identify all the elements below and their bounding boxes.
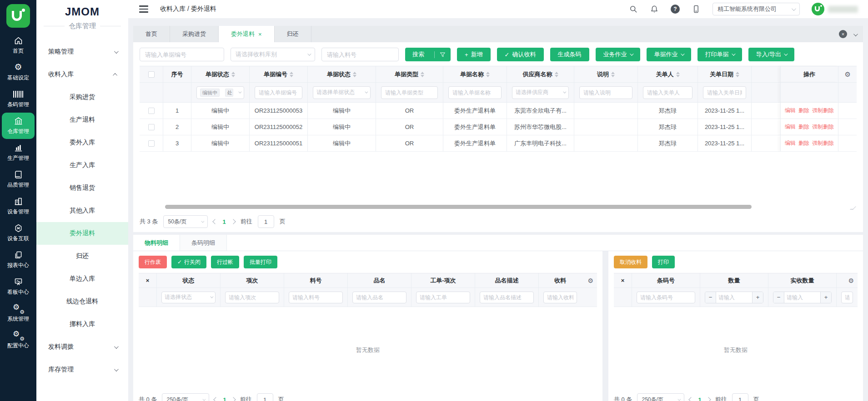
rail-item-config[interactable]: ⚙⚙ 配置中心 bbox=[2, 327, 35, 353]
column-header[interactable]: 单据状态 bbox=[308, 66, 376, 83]
warehouse-select[interactable]: 请选择收料库别 bbox=[231, 48, 315, 61]
rail-item-basic-settings[interactable]: ⚙ 基础设定 bbox=[2, 59, 35, 85]
delete-link[interactable]: 删除 bbox=[798, 107, 809, 114]
tab-purchase-inbound[interactable]: 采购进货 bbox=[170, 26, 219, 42]
note-column-filter[interactable] bbox=[579, 86, 632, 99]
close-all-tabs-icon[interactable]: × bbox=[839, 30, 847, 38]
status-column-filter[interactable]: 请选择单据状态 bbox=[313, 86, 371, 99]
edit-link[interactable]: 编辑 bbox=[785, 139, 796, 147]
clear-column-icon[interactable]: × bbox=[139, 273, 157, 288]
received-qty-stepper[interactable]: −+ bbox=[773, 292, 832, 303]
clipped-filter-input[interactable] bbox=[841, 292, 853, 303]
search-button[interactable]: 搜索 bbox=[405, 48, 451, 61]
tab-outsource-material-return[interactable]: 委外退料× bbox=[219, 26, 275, 42]
edit-link[interactable]: 编辑 bbox=[785, 123, 796, 131]
supplier-column-filter[interactable]: 请选择供应商 bbox=[512, 86, 569, 99]
sidebar-item-sales-return[interactable]: 销售退货 bbox=[36, 177, 128, 199]
doc-type-column-filter[interactable] bbox=[381, 86, 438, 99]
print-document-button[interactable]: 打印单据 bbox=[697, 48, 742, 61]
edit-link[interactable]: 编辑 bbox=[785, 107, 796, 114]
column-header[interactable]: 单据状态 bbox=[191, 66, 250, 83]
page-size-select[interactable]: 50条/页 bbox=[163, 215, 208, 228]
sidebar-item-production-inbound[interactable]: 生产入库 bbox=[36, 154, 128, 177]
sidebar-group-issue-transfer[interactable]: 发料调拨 bbox=[36, 336, 128, 358]
column-header[interactable]: 关单人 bbox=[638, 66, 698, 83]
tab-options-chevron-icon[interactable] bbox=[853, 30, 857, 38]
post-line-button[interactable]: 行过帐 bbox=[211, 256, 239, 268]
work-order-filter-input[interactable] bbox=[416, 292, 470, 303]
status-tags-filter[interactable]: 编辑中处 bbox=[196, 86, 244, 99]
rail-item-home[interactable]: 首页 bbox=[2, 32, 35, 59]
plus-icon[interactable]: + bbox=[752, 292, 763, 303]
confirm-receive-button[interactable]: ✓确认收料 bbox=[497, 48, 544, 61]
page-size-select[interactable]: 250条/页 bbox=[162, 393, 209, 401]
close-date-column-filter[interactable] bbox=[703, 86, 746, 99]
hamburger-menu-icon[interactable] bbox=[139, 5, 148, 13]
part-no-input[interactable] bbox=[321, 48, 399, 61]
doc-no-input[interactable] bbox=[140, 48, 224, 61]
search-icon[interactable] bbox=[629, 5, 638, 14]
table-row[interactable]: 3 编辑中 OR231125000051 编辑中 OR 委外生产退料单 广东丰明… bbox=[140, 135, 857, 152]
close-icon[interactable]: × bbox=[258, 31, 262, 38]
batch-print-button[interactable]: 批量打印 bbox=[244, 256, 277, 268]
cancel-receive-button[interactable]: 取消收料 bbox=[614, 256, 647, 268]
line-no-filter-input[interactable] bbox=[225, 292, 279, 303]
column-header[interactable]: 供应商名称 bbox=[507, 66, 574, 83]
tab-barcode-detail[interactable]: 条码明细 bbox=[180, 235, 227, 251]
rail-item-production[interactable]: 生产管理 bbox=[2, 139, 35, 166]
rail-item-warehouse[interactable]: 仓库管理 bbox=[2, 113, 35, 139]
receive-filter-input[interactable] bbox=[543, 292, 577, 303]
prev-page-icon[interactable] bbox=[214, 397, 219, 401]
current-page[interactable]: 1 bbox=[698, 396, 701, 401]
received-qty-filter-input[interactable] bbox=[784, 292, 820, 303]
rail-item-device-link[interactable]: 设备互联 bbox=[2, 220, 35, 246]
company-select[interactable]: 精工智能系统有限公司 bbox=[712, 3, 800, 15]
rail-item-reports[interactable]: 报表中心 bbox=[2, 247, 35, 273]
qty-stepper[interactable]: −+ bbox=[705, 292, 763, 303]
table-row[interactable]: 2 编辑中 OR231125000052 编辑中 OR 委外生产退料单 苏州市华… bbox=[140, 119, 857, 135]
column-settings-gear-icon[interactable]: ⚙ bbox=[848, 277, 854, 284]
column-settings-gear-icon[interactable]: ⚙ bbox=[587, 277, 593, 284]
horizontal-scrollbar[interactable] bbox=[165, 205, 752, 209]
column-header[interactable]: 说明 bbox=[574, 66, 638, 83]
import-export-button[interactable]: 导入/导出 bbox=[748, 48, 795, 61]
sidebar-item-purchase-inbound[interactable]: 采购进货 bbox=[36, 86, 128, 109]
column-settings-gear-icon[interactable]: ⚙ bbox=[845, 70, 851, 79]
rail-item-barcode[interactable]: 条码管理 bbox=[2, 86, 35, 112]
page-size-select[interactable]: 250条/页 bbox=[637, 393, 684, 401]
row-checkbox[interactable] bbox=[148, 124, 155, 130]
column-header[interactable]: 单据类型 bbox=[376, 66, 443, 83]
rail-item-quality[interactable]: 品质管理 bbox=[2, 166, 35, 193]
goto-page-input[interactable] bbox=[732, 393, 748, 401]
sidebar-item-move-inbound[interactable]: 挪料入库 bbox=[36, 313, 128, 336]
minus-icon[interactable]: − bbox=[773, 292, 784, 303]
tab-return[interactable]: 归还 bbox=[275, 26, 311, 42]
next-page-icon[interactable] bbox=[231, 219, 236, 224]
notification-bell-icon[interactable] bbox=[650, 5, 659, 14]
current-page[interactable]: 1 bbox=[222, 218, 226, 225]
rail-item-equipment[interactable]: 设备管理 bbox=[2, 193, 35, 219]
sidebar-item-return[interactable]: 归还 bbox=[36, 245, 128, 267]
force-delete-link[interactable]: 强制删除 bbox=[812, 123, 834, 131]
doc-no-column-filter[interactable] bbox=[255, 86, 302, 99]
sidebar-group-inventory[interactable]: 库存管理 bbox=[36, 358, 128, 381]
part-no-filter-input[interactable] bbox=[289, 292, 343, 303]
prev-page-icon[interactable] bbox=[213, 219, 218, 224]
sidebar-item-lineside-return[interactable]: 线边仓退料 bbox=[36, 290, 128, 313]
sidebar-item-outsource-inbound[interactable]: 委外入库 bbox=[36, 131, 128, 154]
row-checkbox[interactable] bbox=[148, 108, 155, 114]
add-button[interactable]: +新增 bbox=[457, 48, 491, 61]
next-page-icon[interactable] bbox=[231, 397, 236, 401]
generate-barcode-button[interactable]: 生成条码 bbox=[550, 48, 589, 61]
sidebar-item-single-side-inbound[interactable]: 单边入库 bbox=[36, 267, 128, 290]
goto-page-input[interactable] bbox=[258, 215, 274, 228]
barcode-filter-input[interactable] bbox=[637, 292, 695, 303]
next-page-icon[interactable] bbox=[706, 397, 711, 401]
select-all-checkbox[interactable] bbox=[148, 71, 155, 78]
current-page[interactable]: 1 bbox=[223, 396, 226, 401]
void-line-button[interactable]: 行作废 bbox=[139, 256, 167, 268]
status-filter-select[interactable]: 请选择状态 bbox=[161, 292, 216, 303]
item-desc-filter-input[interactable] bbox=[480, 292, 534, 303]
force-delete-link[interactable]: 强制删除 bbox=[812, 139, 834, 147]
close-line-button[interactable]: ✓行关闭 bbox=[171, 256, 206, 268]
